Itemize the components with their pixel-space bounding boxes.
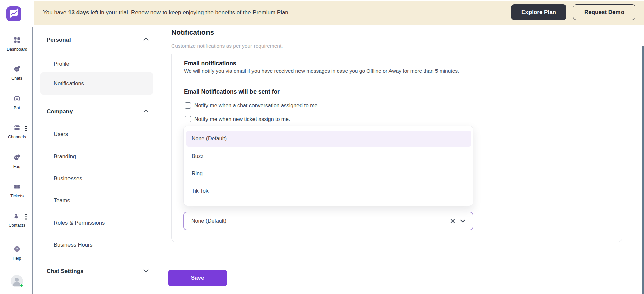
rail-item-label: Contacts — [9, 223, 25, 228]
page-subtitle: Customize notifications as per your requ… — [171, 43, 283, 49]
sidebar-item-profile[interactable]: Profile — [40, 56, 153, 71]
checkbox-label: Notify me when new ticket assign to me. — [194, 116, 290, 122]
user-avatar[interactable] — [11, 275, 23, 287]
channels-icon — [13, 124, 21, 133]
request-demo-button[interactable]: Request Demo — [573, 4, 635, 20]
settings-nav: PersonalProfileNotificationsCompanyUsers… — [34, 25, 159, 294]
chevron-down-icon[interactable] — [459, 218, 466, 224]
sidebar-item-label: Roles & Permissions — [54, 220, 105, 226]
rail-item-label: Faq — [13, 164, 21, 169]
sidebar-item-label: Users — [54, 131, 68, 137]
dropdown-option-label: Ring — [192, 171, 203, 177]
chevron-down-icon — [142, 267, 150, 276]
trial-banner-text: You have 13 days left in your trial. Ren… — [43, 1, 290, 25]
chats-icon — [13, 65, 21, 74]
dropdown-option-buzz[interactable]: Buzz — [186, 148, 471, 164]
sidebar-item-label: Teams — [54, 197, 70, 204]
rail-item-dashboard[interactable]: Dashboard — [0, 36, 34, 52]
sidebar-item-label: Branding — [54, 153, 76, 160]
help-icon: ? — [13, 245, 21, 254]
sidebar-item-users[interactable]: Users — [40, 127, 153, 141]
nav-rail: DashboardChatsBotChannelsFaqTicketsConta… — [0, 0, 34, 294]
rail-item-contacts[interactable]: Contacts — [0, 212, 34, 228]
sidebar-item-businesses[interactable]: Businesses — [40, 171, 153, 186]
sidebar-item-roles-permissions[interactable]: Roles & Permissions — [40, 215, 153, 230]
contacts-icon — [13, 212, 21, 221]
dropdown-option-label: None (Default) — [192, 136, 227, 142]
sidebar-item-notifications[interactable]: Notifications — [40, 72, 153, 95]
faq-icon — [13, 154, 21, 162]
settings-section-company[interactable]: Company — [47, 107, 150, 117]
sidebar-item-branding[interactable]: Branding — [40, 149, 153, 164]
dropdown-option-label: Buzz — [192, 153, 204, 159]
subnav-divider — [159, 25, 159, 294]
rail-item-chats[interactable]: Chats — [0, 65, 34, 81]
dropdown-option-tik-tok[interactable]: Tik Tok — [186, 183, 471, 199]
dropdown-option-none-default-[interactable]: None (Default) — [186, 131, 471, 147]
sidebar-item-label: Businesses — [54, 175, 82, 182]
email-notifications-heading: Email notifications — [184, 60, 236, 67]
trial-days-left: 13 days — [68, 9, 89, 16]
rail-item-label: Bot — [14, 106, 20, 110]
sent-for-heading: Email Notifications will be sent for — [184, 88, 280, 95]
notification-checkbox-row: Notify me when new ticket assign to me. — [185, 116, 290, 122]
trial-text-suffix: left in your trial. Renew now to keep en… — [89, 9, 290, 16]
subnav-scrollbar[interactable] — [32, 27, 33, 294]
notification-sound-select[interactable]: None (Default) — [183, 212, 473, 230]
settings-section-personal[interactable]: Personal — [47, 35, 150, 45]
online-status-dot — [20, 284, 24, 287]
sidebar-item-label: Notifications — [54, 80, 84, 87]
checkbox[interactable] — [185, 102, 191, 109]
section-label: Company — [47, 108, 73, 115]
rail-item-faq[interactable]: Faq — [0, 154, 34, 169]
rail-item-label: Chats — [11, 76, 22, 81]
svg-text:?: ? — [16, 247, 18, 251]
sidebar-item-label: Profile — [54, 61, 70, 67]
tickets-icon — [13, 183, 21, 192]
bot-icon — [13, 95, 21, 104]
rail-item-menu-icon-contacts[interactable] — [25, 213, 27, 220]
section-label: Chat Settings — [47, 268, 84, 275]
rail-item-bot[interactable]: Bot — [0, 95, 34, 110]
trial-banner: You have 13 days left in your trial. Ren… — [34, 1, 644, 25]
save-button[interactable]: Save — [168, 270, 227, 286]
app-window: You have 13 days left in your trial. Ren… — [0, 0, 644, 294]
chevron-up-icon — [142, 107, 150, 116]
selected-sound-value: None (Default) — [191, 218, 450, 224]
dashboard-icon — [13, 36, 21, 45]
notification-sound-dropdown-panel: None (Default)BuzzRingTik Tok — [183, 126, 473, 206]
chevron-up-icon — [142, 36, 150, 45]
checkbox[interactable] — [185, 116, 191, 122]
app-logo-icon — [6, 6, 21, 21]
sidebar-item-teams[interactable]: Teams — [40, 193, 153, 208]
rail-item-label: Tickets — [10, 194, 24, 198]
main-scrollbar[interactable] — [642, 46, 644, 294]
clear-selection-icon[interactable] — [450, 218, 455, 224]
notification-checkbox-row: Notify me when a chat conversation assig… — [185, 102, 319, 109]
top-strip — [0, 0, 644, 1]
rail-item-menu-icon-channels[interactable] — [25, 125, 27, 132]
email-notifications-description: We will notify you via email if you have… — [184, 68, 459, 74]
section-label: Personal — [47, 37, 71, 43]
rail-item-label: Channels — [8, 135, 26, 139]
trial-text-prefix: You have — [43, 9, 68, 16]
page-title: Notifications — [171, 28, 214, 36]
explore-plan-button[interactable]: Explore Plan — [511, 4, 566, 20]
settings-section-chat-settings[interactable]: Chat Settings — [47, 266, 150, 276]
rail-item-tickets[interactable]: Tickets — [0, 183, 34, 198]
rail-item-label: Dashboard — [7, 47, 27, 52]
sidebar-item-label: Business Hours — [54, 242, 93, 248]
rail-item-label: Help — [13, 256, 21, 261]
app-logo[interactable] — [6, 6, 21, 21]
rail-item-channels[interactable]: Channels — [0, 124, 34, 139]
dropdown-option-ring[interactable]: Ring — [186, 166, 471, 182]
dropdown-option-label: Tik Tok — [192, 188, 209, 194]
checkbox-label: Notify me when a chat conversation assig… — [194, 103, 319, 109]
sidebar-item-business-hours[interactable]: Business Hours — [40, 237, 153, 252]
rail-item-help[interactable]: ?Help — [0, 245, 34, 261]
